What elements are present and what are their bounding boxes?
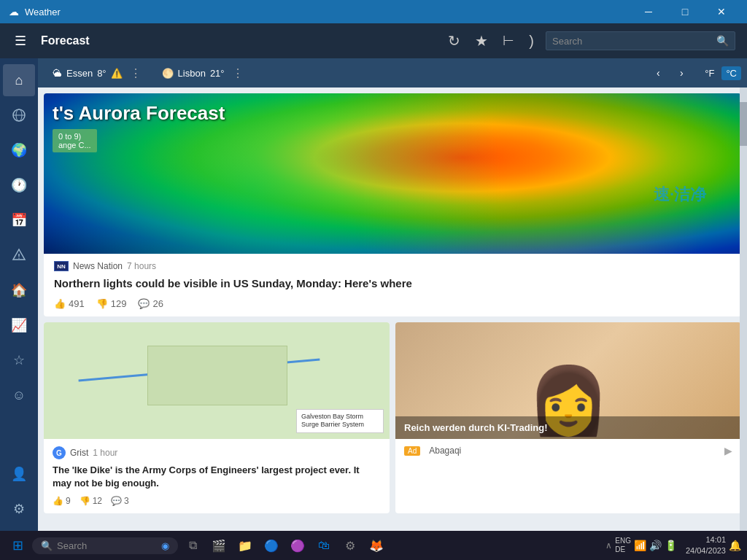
sidebar-item-charts[interactable]: 📈 (3, 309, 35, 341)
scrollbar-thumb[interactable] (740, 102, 747, 146)
maximize-button[interactable]: □ (668, 0, 702, 23)
news-card-ike-dike[interactable]: ★ Galveston Bay Storm Surge Barrier Syst… (44, 322, 390, 513)
toolbar-icons: ↻ ★ ⊢ ) (448, 32, 534, 50)
taskbar-right-icons: ∧ ENG DE 📶 🔊 🔋 14:01 24/04/2023 🔔 (605, 534, 741, 557)
taskbar-battery-icon[interactable]: 🔋 (665, 540, 677, 551)
sidebar-item-favorites[interactable]: ☆ (3, 344, 35, 376)
aurora-subtitle-box: 0 to 9)ange C... (53, 129, 97, 152)
refresh-icon[interactable]: ↻ (448, 32, 460, 50)
taskbar-icon-store[interactable]: 🛍 (312, 534, 336, 557)
ad-background: 👩 Reich werden durch KI-Trading! (395, 322, 741, 439)
taskbar-time-display[interactable]: 14:01 24/04/2023 (686, 534, 726, 557)
search-icon[interactable]: 🔍 (716, 35, 729, 47)
ike-dislike-button[interactable]: 👎 12 (80, 496, 102, 506)
city-nav: ‹ › °F °C (648, 63, 741, 83)
sidebar-item-hourly[interactable]: 🕐 (3, 169, 35, 201)
lisbon-more[interactable]: ⋮ (232, 66, 244, 80)
news-actions-aurora: 👍 491 👎 129 💬 26 (54, 298, 731, 309)
news-card-ad[interactable]: 👩 Reich werden durch KI-Trading! Ad Abag… (395, 322, 741, 513)
sidebar: ⌂ 🌍 🕐 📅 🏠 📈 ☆ ☺ 👤 ⚙ (0, 58, 38, 531)
dislike-icon: 👎 (96, 298, 108, 309)
search-box[interactable]: 🔍 (546, 31, 735, 50)
taskbar-notification-icon[interactable]: 🔔 (729, 540, 741, 551)
taskbar-icon-video[interactable]: 🎬 (207, 534, 231, 557)
sidebar-item-weather-map[interactable] (3, 99, 35, 131)
grist-name: Grist (70, 448, 88, 458)
watermark: 速·洁净 (654, 184, 706, 206)
unit-fahrenheit-button[interactable]: °F (700, 66, 719, 80)
ike-comment-count: 3 (124, 496, 129, 506)
taskbar: ⊞ 🔍 Search ◉ ⧉ 🎬 📁 🔵 🟣 🛍 ⚙ 🦊 ∧ ENG DE 📶 … (0, 531, 747, 560)
news-card-body-aurora: NN News Nation 7 hours Northern lights c… (44, 254, 741, 316)
news-headline-aurora: Northern lights could be visible in US S… (54, 276, 731, 291)
nav-left-button[interactable]: ‹ (648, 63, 668, 83)
city-tab-lisbon[interactable]: 🌕 Lisbon 21° ⋮ (153, 62, 252, 85)
ike-dislike-count: 12 (93, 496, 102, 506)
taskbar-icon-browser[interactable]: 🦊 (365, 534, 388, 557)
sidebar-item-account[interactable]: 👤 (3, 458, 35, 490)
sidebar-item-settings[interactable]: ⚙ (3, 493, 35, 525)
news-card-aurora[interactable]: t's Aurora Forecast 0 to 9)ange C... 速·洁… (44, 93, 741, 316)
ike-like-button[interactable]: 👍 9 (53, 496, 71, 506)
windows-start-button[interactable]: ⊞ (6, 534, 29, 557)
dislike-button[interactable]: 👎 129 (96, 298, 127, 309)
main-layout: ⌂ 🌍 🕐 📅 🏠 📈 ☆ ☺ 👤 ⚙ (0, 58, 747, 531)
ike-dike-image: ★ Galveston Bay Storm Surge Barrier Syst… (44, 322, 390, 439)
sidebar-item-alerts[interactable] (3, 239, 35, 271)
essen-more[interactable]: ⋮ (130, 66, 142, 80)
essen-weather-icon: 🌥 (53, 68, 62, 79)
taskbar-lang: ENG DE (615, 537, 631, 554)
sidebar-item-globe[interactable]: 🌍 (3, 134, 35, 166)
taskbar-left: ⊞ 🔍 Search ◉ ⧉ 🎬 📁 🔵 🟣 🛍 ⚙ 🦊 (6, 534, 605, 557)
city-tab-essen[interactable]: 🌥 Essen 8° ⚠️ ⋮ (44, 62, 150, 85)
pin-icon[interactable]: ⊢ (503, 33, 514, 49)
sidebar-item-calendar[interactable]: 📅 (3, 204, 35, 236)
close-button[interactable]: ✕ (705, 0, 738, 23)
sidebar-item-home[interactable]: ⌂ (3, 64, 35, 96)
taskbar-network-icon[interactable]: 📶 (634, 540, 646, 551)
essen-temp: 8° (97, 68, 106, 79)
like-icon: 👍 (54, 298, 66, 309)
menu-button[interactable]: ☰ (12, 30, 29, 52)
ad-play-button[interactable]: ▶ (724, 445, 732, 456)
news-cards-row: ★ Galveston Bay Storm Surge Barrier Syst… (44, 322, 741, 513)
map-star-icon: ★ (182, 357, 193, 371)
taskbar-icon-teams[interactable]: 🟣 (286, 534, 309, 557)
news-source-name: News Nation (73, 261, 123, 271)
lisbon-temp: 21° (210, 68, 225, 79)
taskbar-icon-explorer[interactable]: 📁 (233, 534, 257, 557)
svg-point-4 (18, 257, 20, 259)
ad-image: 👩 Reich werden durch KI-Trading! (395, 322, 741, 439)
ike-comment-button[interactable]: 💬 3 (111, 496, 129, 506)
taskbar-time: 14:01 (686, 534, 726, 545)
app-title: Weather (25, 7, 61, 18)
dislike-count: 129 (111, 298, 127, 309)
map-background: ★ Galveston Bay Storm Surge Barrier Syst… (44, 322, 390, 439)
news-overlay: t's Aurora Forecast 0 to 9)ange C... (44, 93, 741, 254)
taskbar-icon-taskview[interactable]: ⧉ (181, 534, 204, 557)
unit-celsius-button[interactable]: °C (721, 66, 741, 80)
taskbar-chevron-icon[interactable]: ∧ (605, 540, 612, 551)
aurora-background: t's Aurora Forecast 0 to 9)ange C... 速·洁… (44, 93, 741, 254)
taskbar-icon-edge[interactable]: 🔵 (260, 534, 283, 557)
aurora-title-overlay: t's Aurora Forecast (53, 102, 732, 125)
minimize-button[interactable]: ─ (632, 0, 665, 23)
search-input[interactable] (552, 36, 711, 47)
essen-name: Essen (66, 68, 93, 79)
taskbar-icon-settings[interactable]: ⚙ (338, 534, 362, 557)
taskbar-volume-icon[interactable]: 🔊 (649, 540, 662, 551)
sidebar-item-news[interactable]: ☺ (3, 379, 35, 411)
news-area: t's Aurora Forecast 0 to 9)ange C... 速·洁… (38, 88, 747, 531)
scrollbar[interactable] (740, 88, 747, 531)
essen-warning: ⚠️ (111, 68, 123, 79)
taskbar-search[interactable]: 🔍 Search ◉ (32, 537, 178, 554)
comment-button[interactable]: 💬 26 (138, 298, 163, 309)
nav-right-button[interactable]: › (671, 63, 692, 83)
unit-buttons: °F °C (700, 66, 741, 80)
like-button[interactable]: 👍 491 (54, 298, 85, 309)
favorite-icon[interactable]: ★ (475, 32, 488, 50)
dark-mode-icon[interactable]: ) (529, 33, 534, 50)
sidebar-item-home-city[interactable]: 🏠 (3, 274, 35, 306)
lisbon-weather-icon: 🌕 (162, 68, 174, 79)
news-source-time: 7 hours (127, 261, 156, 271)
